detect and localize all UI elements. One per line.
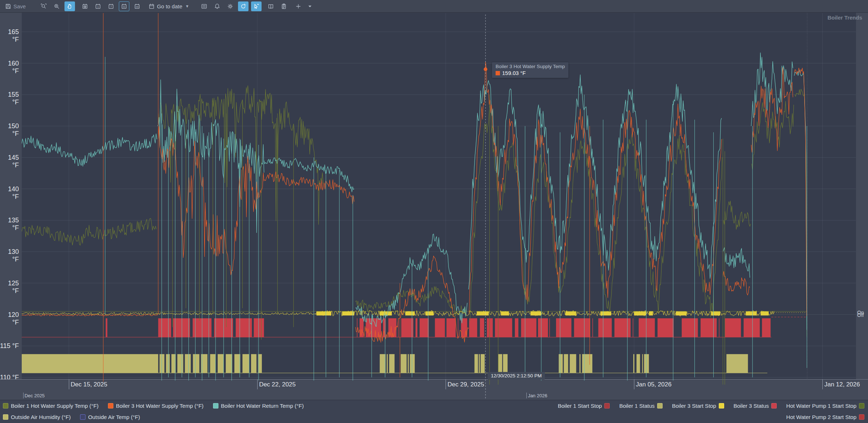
legend-label: Outside Air Humidity (°F)	[11, 414, 71, 420]
add-button[interactable]	[293, 1, 304, 11]
table-icon	[201, 3, 207, 9]
hand-icon	[67, 3, 73, 9]
x-axis-month-tick	[23, 393, 24, 398]
legend-swatch	[213, 403, 218, 409]
legend-label: Boiler 1 Start Stop	[558, 403, 602, 409]
svg-text:1: 1	[97, 5, 99, 8]
legend-label: Boiler 1 Status	[619, 403, 655, 409]
legend-label: Boiler 1 Hot Water Supply Temp (°F)	[11, 403, 99, 409]
legend-item[interactable]: Boiler 3 Status	[734, 403, 777, 409]
legend-label: Boiler 3 Hot Water Supply Temp (°F)	[116, 403, 204, 409]
legend-item[interactable]: Hot Water Pump 2 Start Stop	[786, 414, 864, 420]
caret-down-icon: ▼	[185, 4, 189, 8]
legend-item[interactable]: Outside Air Humidity (°F)	[3, 414, 71, 420]
x-axis-label: Dec 15, 2025	[71, 381, 107, 388]
calendar-year-button[interactable]: 365	[132, 1, 142, 11]
y-axis-label: 115 °F	[0, 342, 19, 350]
y-axis-label: 135 °F	[0, 217, 19, 232]
legend-item[interactable]: Boiler 3 Start Stop	[672, 403, 724, 409]
legend-bar: Boiler 1 Hot Water Supply Temp (°F)Boile…	[0, 400, 868, 423]
bell-icon	[214, 3, 220, 9]
hover-tooltip: Boiler 3 Hot Water Supply Temp 159.03 °F	[492, 62, 568, 78]
settings-button[interactable]	[225, 1, 235, 11]
save-icon	[5, 3, 11, 9]
legend-item[interactable]: Hot Water Pump 1 Start Stop	[786, 403, 864, 409]
more-button[interactable]	[305, 1, 315, 11]
y-axis-label: 155 °F	[0, 91, 19, 106]
refresh-icon	[240, 3, 246, 9]
zoom-box-button[interactable]	[38, 1, 49, 11]
legend-label: Boiler Hot Water Return Temp (°F)	[221, 403, 304, 409]
x-axis-tick	[822, 380, 823, 389]
book-icon	[268, 3, 274, 9]
legend-swatch	[859, 403, 864, 409]
legend-swatch	[3, 403, 8, 409]
y-axis-label: 130 °F	[0, 248, 19, 263]
y-axis-label: 150 °F	[0, 122, 19, 138]
alarms-button[interactable]	[212, 1, 222, 11]
x-axis-tick	[634, 380, 634, 389]
svg-text:31: 31	[123, 5, 126, 8]
calendar-365-icon: 365	[134, 3, 140, 9]
go-to-date-label: Go to date	[157, 3, 182, 9]
legend-label: Boiler 3 Status	[734, 403, 769, 409]
y-axis-label: 140 °F	[0, 185, 19, 201]
legend-swatch	[80, 414, 85, 420]
x-axis-tick	[69, 380, 69, 389]
y-axis-label: 145 °F	[0, 154, 19, 169]
legend-swatch	[657, 403, 663, 409]
trend-chart[interactable]	[0, 0, 868, 423]
calendar-day-button[interactable]: 1	[93, 1, 103, 11]
chart-title: Boiler Trends	[827, 14, 862, 21]
plus-icon	[295, 3, 301, 9]
x-axis-tick	[446, 380, 446, 389]
table-button[interactable]	[199, 1, 209, 11]
right-axis-off-label: Off	[857, 312, 864, 318]
cursor-timestamp: 12/30/2025 2:12:50 PM	[488, 372, 545, 380]
legend-swatch	[3, 414, 8, 420]
refresh-button[interactable]	[238, 1, 249, 11]
x-axis-month-label: Dec 2025	[25, 393, 45, 398]
caret-down-icon	[307, 3, 313, 9]
x-axis-band: Dec 15, 2025Dec 22, 2025Dec 29, 2025Jan …	[0, 379, 868, 400]
calendar-month-button[interactable]: 31	[119, 1, 129, 11]
calendar-1-icon: 1	[95, 3, 101, 9]
tooltip-value: 159.03 °F	[502, 70, 526, 76]
legend-item[interactable]: Boiler Hot Water Return Temp (°F)	[213, 403, 304, 409]
calendar-icon	[149, 3, 155, 9]
svg-text:7: 7	[110, 5, 112, 8]
legend-label: Hot Water Pump 1 Start Stop	[786, 403, 856, 409]
legend-item[interactable]: Boiler 1 Status	[619, 403, 663, 409]
calendar-week-button[interactable]: 7	[106, 1, 116, 11]
y-axis-label: 160 °F	[0, 60, 19, 75]
clipboard-icon	[281, 3, 287, 9]
legend-item[interactable]: Boiler 1 Hot Water Supply Temp (°F)	[3, 403, 99, 409]
pointer-trend-icon	[253, 3, 259, 9]
svg-text:365: 365	[136, 6, 139, 8]
right-axis-gutter: On Off	[856, 13, 868, 379]
zoom-in-button[interactable]	[51, 1, 62, 11]
x-axis-label: Dec 22, 2025	[259, 381, 296, 388]
journal-button[interactable]	[266, 1, 276, 11]
legend-item[interactable]: Boiler 1 Start Stop	[558, 403, 610, 409]
legend-item[interactable]: Outside Air Temp (°F)	[80, 414, 140, 420]
legend-swatch	[771, 403, 777, 409]
annotate-button[interactable]	[251, 1, 262, 11]
pan-button[interactable]	[64, 1, 75, 11]
clipboard-button[interactable]	[279, 1, 289, 11]
save-button[interactable]: Save	[3, 1, 28, 11]
legend-label: Outside Air Temp (°F)	[88, 414, 140, 420]
gear-icon	[227, 3, 233, 9]
calendar-clock-button[interactable]	[80, 1, 90, 11]
legend-swatch	[719, 403, 724, 409]
x-axis-label: Jan 05, 2026	[636, 381, 671, 388]
y-axis-label: 165 °F	[0, 28, 19, 43]
go-to-date-button[interactable]: Go to date▼	[146, 1, 191, 11]
legend-label: Boiler 3 Start Stop	[672, 403, 716, 409]
legend-label: Hot Water Pump 2 Start Stop	[786, 414, 856, 420]
legend-item[interactable]: Boiler 3 Hot Water Supply Temp (°F)	[108, 403, 204, 409]
tooltip-series-name: Boiler 3 Hot Water Supply Temp	[496, 64, 565, 69]
y-axis-gutter: 165 °F160 °F155 °F150 °F145 °F140 °F135 …	[0, 13, 22, 379]
legend-swatch	[108, 403, 113, 409]
zoom-box-icon	[41, 3, 47, 9]
